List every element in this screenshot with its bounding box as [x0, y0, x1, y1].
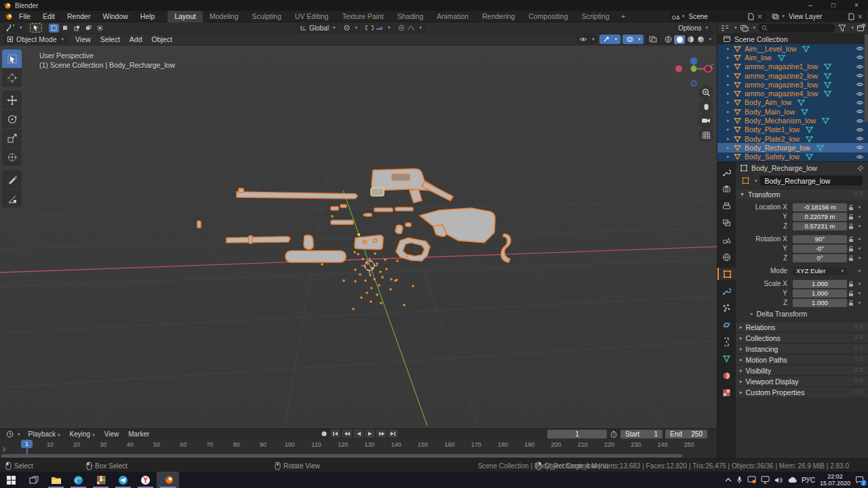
panel-viewport-display[interactable]: ▸Viewport Display⠿⠿ [736, 375, 868, 386]
rendered-shading-icon[interactable] [696, 35, 705, 43]
lock-icon[interactable] [847, 245, 856, 252]
task-view-button[interactable] [22, 472, 45, 488]
xray-toggle[interactable] [646, 35, 660, 44]
visibility-eye-icon[interactable] [856, 108, 864, 115]
next-keyframe-button[interactable] [376, 429, 387, 438]
new-collection-icon[interactable] [856, 24, 865, 32]
visibility-eye-icon[interactable] [856, 144, 864, 150]
timeline-menu-view[interactable]: View [100, 430, 124, 438]
add-workspace-button[interactable]: + [616, 12, 630, 20]
lock-icon[interactable] [847, 204, 856, 211]
material-shading-icon[interactable] [686, 35, 695, 43]
visibility-eye-icon[interactable] [856, 100, 864, 106]
outliner-item-body_mechanism_low[interactable]: ▸Body_Mechanism_low [717, 116, 868, 125]
timeline-menu-playback[interactable]: Playback▾ [24, 430, 65, 438]
timeline-expand-icon[interactable] [1, 446, 7, 453]
outliner-item-aim__level_low[interactable]: ▸Aim__Level_low [717, 44, 868, 53]
end-frame-field[interactable]: End250 [665, 430, 707, 439]
outliner-item-aim_low[interactable]: ▸Aim_low [717, 53, 868, 62]
show-gizmo-toggle[interactable]: ▾ [599, 35, 620, 44]
maximize-button[interactable]: □ [822, 0, 845, 11]
location-z-field[interactable]: 0.57231 m [793, 222, 847, 230]
taskbar-yandex[interactable] [134, 472, 157, 488]
lock-icon[interactable] [847, 255, 856, 262]
tool-scale[interactable] [2, 129, 22, 147]
new-scene-icon[interactable] [747, 13, 755, 20]
animate-dot[interactable] [856, 225, 863, 227]
record-button[interactable] [319, 429, 329, 438]
timeline-menu-keying[interactable]: Keying▾ [65, 430, 100, 438]
nav-gizmo[interactable] [675, 58, 711, 87]
clock[interactable]: 22:02 15.07.2020 [820, 473, 850, 487]
select-mode-subtract[interactable] [72, 24, 82, 33]
menu-help[interactable]: Help [134, 11, 161, 22]
animate-dot[interactable] [856, 283, 863, 285]
tab-scripting[interactable]: Scripting [575, 11, 616, 22]
ortho-toggle-button[interactable] [698, 127, 713, 142]
view-layer-selector[interactable]: ▾ View Layer [770, 12, 866, 21]
wireframe-shading-icon[interactable] [664, 35, 673, 43]
taskbar-edge[interactable] [67, 472, 90, 488]
select-mode-invert[interactable] [83, 24, 94, 33]
scene-selector[interactable]: ▾ Scene [670, 12, 766, 21]
tool-rotate[interactable] [2, 110, 22, 128]
solid-shading-button[interactable] [674, 35, 685, 44]
new-view-layer-icon[interactable] [847, 13, 856, 20]
minimize-button[interactable]: – [799, 0, 822, 11]
expand-arrow-icon[interactable]: ▸ [727, 64, 734, 69]
menu-render[interactable]: Render [61, 11, 96, 22]
scene-collection-row[interactable]: Scene Collection [717, 34, 868, 44]
lock-icon[interactable] [847, 300, 856, 306]
lock-icon[interactable] [847, 290, 856, 297]
tab-rendering[interactable]: Rendering [475, 11, 521, 22]
location-y-field[interactable]: 0.22079 m [793, 213, 847, 221]
outliner-item-ammo_magazine3_low[interactable]: ▸ammo_magazine3_low [717, 80, 868, 89]
expand-arrow-icon[interactable]: ▸ [727, 118, 734, 123]
blender-menu-logo-icon[interactable] [4, 13, 13, 20]
menu-window[interactable]: Window [96, 11, 134, 22]
zoom-button[interactable] [698, 85, 713, 100]
tab-output[interactable] [717, 200, 736, 212]
expand-arrow-icon[interactable]: ▸ [727, 136, 734, 142]
tool-move[interactable] [2, 91, 22, 109]
prev-keyframe-button[interactable] [342, 429, 352, 438]
animate-dot[interactable] [856, 292, 863, 294]
viewport-menu-select[interactable]: Select [96, 35, 125, 45]
filter-icon[interactable] [838, 24, 846, 32]
outliner-item-body_plate1_low[interactable]: ▸Body_Plate1_low [717, 125, 868, 134]
tab-compositing[interactable]: Compositing [521, 11, 574, 22]
viewport-3d[interactable]: User Perspective (1) Scene Collection | … [0, 45, 717, 428]
tab-particles[interactable] [717, 302, 736, 314]
taskbar-telegram[interactable] [112, 472, 134, 488]
tab-render[interactable] [717, 183, 736, 195]
start-button[interactable] [0, 472, 22, 488]
tool-cursor[interactable] [2, 68, 22, 87]
visibility-eye-icon[interactable] [856, 64, 864, 70]
tool-transform[interactable] [2, 148, 22, 166]
visibility-eye-icon[interactable] [856, 127, 864, 133]
jump-to-start-button[interactable] [330, 429, 340, 438]
visibility-eye-icon[interactable] [856, 73, 864, 79]
jump-to-end-button[interactable] [388, 429, 398, 438]
proportional-edit-dropdown[interactable]: ▾ [395, 23, 425, 33]
tab-world[interactable] [717, 251, 736, 263]
rotation-x-field[interactable]: 90° [793, 235, 847, 243]
tab-view-layer[interactable] [717, 217, 736, 229]
visibility-eye-icon[interactable] [856, 81, 864, 87]
lock-icon[interactable] [847, 236, 856, 243]
viewport-menu-view[interactable]: View [71, 35, 96, 45]
tray-expand-icon[interactable] [725, 477, 732, 483]
play-button[interactable] [365, 429, 375, 438]
part-body-recharge-active[interactable] [371, 188, 384, 196]
outliner-scrollbar[interactable] [865, 34, 868, 122]
current-frame-field[interactable]: 1 [547, 430, 607, 439]
outliner-item-body_plate2_low[interactable]: ▸Body_Plate2_low [717, 134, 868, 143]
outliner-item-body_main_low[interactable]: ▸Body_Main_low [717, 107, 868, 116]
unlink-scene-icon[interactable] [755, 13, 764, 20]
animate-dot[interactable] [856, 270, 863, 272]
expand-arrow-icon[interactable]: ▸ [727, 109, 734, 115]
expand-arrow-icon[interactable]: ▸ [727, 154, 734, 159]
rotation-mode-dropdown[interactable]: XYZ Euler▾ [793, 267, 847, 275]
tab-texture[interactable] [717, 386, 736, 399]
tab-object-data[interactable] [717, 352, 736, 365]
